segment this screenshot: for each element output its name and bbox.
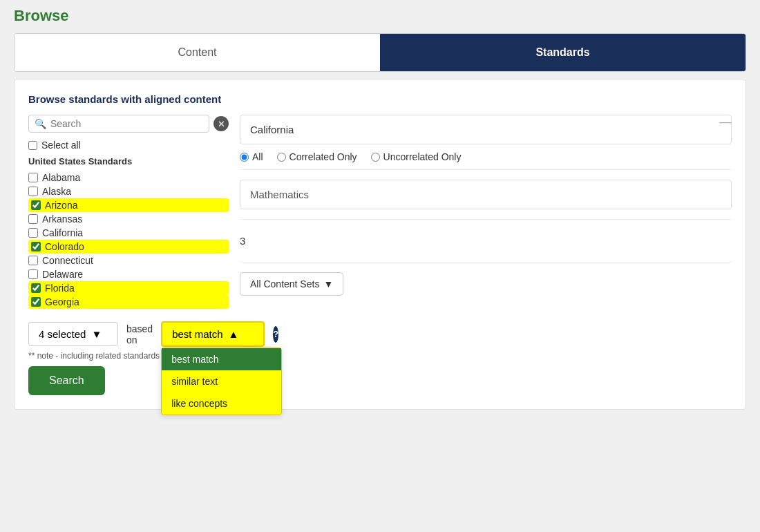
state-name-delaware: Delaware — [42, 269, 83, 280]
state-name-colorado: Colorado — [45, 241, 84, 252]
state-checkbox-colorado[interactable] — [31, 242, 41, 251]
browse-body: 🔍 ✕ Select all United States Standards A… — [28, 115, 732, 395]
list-item: Florida — [28, 281, 229, 295]
state-checkbox-arizona[interactable] — [31, 200, 41, 210]
content-sets-label: All Content Sets — [250, 278, 319, 289]
state-name-connecticut: Connecticut — [42, 255, 93, 266]
list-item: Colorado — [28, 240, 229, 254]
match-dropdown-arrow-icon: ▲ — [229, 328, 239, 340]
search-box-row: 🔍 ✕ — [28, 115, 229, 133]
right-panel: California — All Correlated Only Uncorre… — [240, 115, 732, 296]
match-option-best-match[interactable]: best match — [162, 348, 281, 370]
match-option-similar-text[interactable]: similar text — [162, 370, 281, 392]
list-item: Alaska — [28, 184, 229, 198]
content-sets-button[interactable]: All Content Sets ▼ — [240, 272, 343, 296]
list-item: Connecticut — [28, 254, 229, 267]
state-name-alabama: Alabama — [42, 172, 80, 183]
select-all-checkbox[interactable] — [28, 141, 37, 150]
selected-dropdown[interactable]: 4 selected ▼ — [28, 322, 118, 346]
list-item: Arizona — [28, 198, 229, 212]
state-checkbox-alabama[interactable] — [28, 173, 38, 182]
tab-content[interactable]: Content — [15, 34, 380, 71]
match-dropdown[interactable]: best match ▲ — [161, 321, 265, 347]
select-all-row: Select all — [28, 140, 229, 151]
bottom-bar: 4 selected ▼ based on best match ▲ best … — [28, 321, 229, 347]
help-icon[interactable]: ? — [273, 326, 278, 343]
state-name-alaska: Alaska — [42, 186, 71, 197]
search-icon: 🔍 — [35, 118, 46, 129]
separator2 — [240, 262, 732, 263]
match-option-like-concepts[interactable]: like concepts — [162, 392, 281, 415]
clear-button[interactable]: ✕ — [213, 116, 229, 131]
selected-count: 4 selected — [39, 328, 86, 340]
tab-standards[interactable]: Standards — [380, 34, 745, 71]
state-checkbox-delaware[interactable] — [28, 269, 38, 279]
dropdown-arrow-icon: ▼ — [91, 328, 102, 340]
filter-all[interactable]: All — [240, 151, 263, 162]
current-match-label: best match — [172, 328, 222, 340]
state-name-california: California — [42, 227, 83, 238]
filter-correlated[interactable]: Correlated Only — [277, 151, 357, 162]
dropdown-menu: best match similar text like concepts — [161, 348, 282, 415]
list-item: Georgia — [28, 295, 229, 309]
state-name-florida: Florida — [45, 283, 75, 294]
state-list: Alabama Alaska Arizona Arkansas — [28, 171, 229, 309]
state-checkbox-georgia[interactable] — [31, 297, 41, 307]
list-item: Delaware — [28, 267, 229, 281]
state-name-arkansas: Arkansas — [42, 213, 82, 225]
state-name-arizona: Arizona — [45, 200, 77, 211]
search-button[interactable]: Search — [28, 366, 105, 395]
list-item: California — [28, 226, 229, 240]
state-checkbox-arkansas[interactable] — [28, 214, 38, 224]
content-sets-arrow-icon: ▼ — [323, 278, 333, 289]
based-on-label: based on — [126, 323, 153, 345]
filter-row: All Correlated Only Uncorrelated Only — [240, 151, 732, 170]
tabs-row: Content Standards — [14, 33, 746, 72]
left-panel: 🔍 ✕ Select all United States Standards A… — [28, 115, 229, 395]
state-name-georgia: Georgia — [45, 296, 79, 307]
state-checkbox-connecticut[interactable] — [28, 256, 38, 265]
section-title: Browse standards with aligned content — [28, 93, 732, 105]
minus-icon: — — [719, 115, 732, 129]
state-checkbox-florida[interactable] — [31, 283, 41, 293]
list-item: Arkansas — [28, 212, 229, 226]
grade-field: 3 — [240, 229, 732, 252]
subject-field: Mathematics — [240, 180, 732, 209]
location-field: California — [240, 115, 732, 144]
group-label: United States Standards — [28, 156, 229, 167]
search-input-wrap: 🔍 — [28, 115, 209, 133]
separator — [240, 219, 732, 220]
list-item: Alabama — [28, 171, 229, 184]
page-wrapper: Browse Content Standards Browse standard… — [0, 0, 760, 532]
select-all-label: Select all — [41, 140, 81, 151]
state-checkbox-california[interactable] — [28, 228, 38, 238]
state-checkbox-alaska[interactable] — [28, 187, 38, 196]
match-dropdown-wrap: best match ▲ best match similar text lik… — [161, 321, 265, 347]
main-card: Browse standards with aligned content 🔍 … — [14, 79, 746, 410]
filter-uncorrelated[interactable]: Uncorrelated Only — [371, 151, 462, 162]
page-title: Browse — [14, 7, 746, 25]
search-input[interactable] — [50, 118, 203, 129]
